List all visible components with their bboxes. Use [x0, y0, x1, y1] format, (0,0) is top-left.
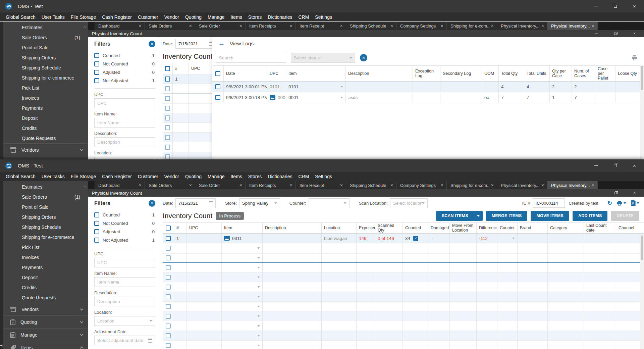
row-checkbox[interactable] — [165, 145, 170, 150]
tab-close-icon[interactable]: × — [338, 183, 343, 188]
sidebar-item[interactable]: Shipping for e-commerce — [3, 232, 88, 242]
menu-item[interactable]: Quoting — [182, 14, 205, 20]
logs-search-input[interactable] — [216, 53, 286, 63]
tab-close-icon[interactable]: × — [288, 183, 292, 188]
sidebar-item[interactable]: Quote Requests — [3, 293, 88, 303]
row-checkbox[interactable] — [166, 255, 171, 260]
menu-item[interactable]: Stores — [245, 14, 265, 20]
filter-adjusted[interactable]: Adjusted0 — [94, 228, 155, 236]
menu-item[interactable]: Quoting — [182, 174, 205, 179]
sidebar-item[interactable]: Payments — [3, 262, 88, 272]
sidebar-group-items[interactable]: Items — [3, 341, 88, 349]
row-menu-icon[interactable]: ⋮ — [431, 236, 435, 241]
row-checkbox[interactable] — [165, 96, 170, 101]
tab[interactable]: Shipping for e-com... × — [447, 22, 497, 30]
sidebar-item[interactable]: Estimates — [3, 22, 88, 33]
menu-item[interactable]: CRM — [295, 174, 312, 179]
tab-close-icon[interactable]: × — [137, 183, 142, 188]
sidebar-item[interactable]: Shipping Orders — [3, 212, 88, 222]
menu-item[interactable]: Manage — [205, 14, 228, 20]
sidebar-group-quoting[interactable]: ? Quoting — [3, 156, 88, 159]
menu-item[interactable]: Vendor — [161, 174, 182, 179]
restore-button[interactable] — [606, 159, 625, 172]
counted-checkbox[interactable]: ✓ — [413, 236, 418, 241]
row-checkbox[interactable] — [215, 84, 220, 89]
item-dropdown-icon[interactable] — [257, 257, 260, 259]
menu-item[interactable]: User Tasks — [39, 174, 68, 179]
minimize-button[interactable] — [587, 0, 606, 12]
date-input[interactable] — [175, 39, 216, 49]
row-checkbox[interactable] — [215, 95, 220, 100]
menu-item[interactable]: Customer — [135, 14, 161, 20]
row-checkbox[interactable] — [166, 294, 171, 299]
tab-close-icon[interactable]: × — [137, 23, 142, 29]
tab-close-icon[interactable]: × — [388, 183, 393, 188]
row-checkbox[interactable] — [166, 236, 171, 241]
item-name-filter-input[interactable] — [94, 118, 155, 128]
scroll-up-icon[interactable] — [84, 183, 86, 189]
menu-item[interactable]: Dictionaries — [265, 174, 295, 179]
menu-item[interactable]: File Storage — [68, 174, 99, 179]
filter-not-adjusted[interactable]: Not Adjusted1 — [94, 236, 155, 244]
item-dropdown-icon[interactable] — [257, 345, 260, 346]
sidebar-item[interactable]: Quote Requests — [3, 133, 88, 143]
minimize-button[interactable] — [587, 159, 606, 172]
item-name-filter-input[interactable] — [94, 277, 155, 287]
logs-table-row[interactable]: 9/8/2021 3:00:18 PM 0001 0001 asds ea 7 … — [212, 92, 644, 103]
clear-filters-button[interactable]: × — [360, 54, 367, 61]
row-checkbox[interactable] — [166, 265, 171, 270]
tab-close-icon[interactable]: × — [489, 23, 494, 29]
counter-cell-select[interactable] — [497, 234, 518, 243]
tab[interactable]: Company Settings × — [396, 181, 447, 189]
menu-item[interactable]: Items — [228, 14, 245, 20]
close-button[interactable]: × — [625, 30, 644, 37]
description-filter-input[interactable] — [94, 137, 155, 147]
table-row-empty[interactable] — [163, 263, 644, 272]
tab[interactable]: Physical Inventory... × — [497, 22, 547, 30]
row-checkbox[interactable] — [166, 323, 171, 329]
filter-not-counted[interactable]: Not Counted0 — [94, 60, 155, 68]
sidebar-item[interactable]: Pick List — [3, 83, 88, 93]
tab-close-icon[interactable]: × — [590, 183, 594, 188]
item-select[interactable]: 0101 — [286, 82, 346, 92]
tab-close-icon[interactable]: × — [187, 183, 192, 188]
item-dropdown-icon[interactable] — [257, 267, 260, 268]
filters-close-button[interactable]: × — [149, 200, 155, 207]
item-dropdown-icon[interactable] — [257, 325, 260, 327]
tab-close-icon[interactable]: × — [539, 183, 544, 188]
vertical-scrollbar[interactable] — [640, 235, 644, 349]
refresh-icon[interactable]: ↻ — [607, 200, 612, 207]
filter-not-counted[interactable]: Not Counted0 — [94, 219, 155, 228]
sidebar-item[interactable]: Pick List — [3, 242, 88, 252]
row-checkbox[interactable] — [166, 343, 171, 348]
row-checkbox[interactable] — [166, 304, 171, 309]
counter-select[interactable] — [309, 198, 350, 208]
scan-items-button[interactable]: SCAN ITEMS — [436, 211, 474, 221]
item-dropdown-icon[interactable] — [257, 286, 260, 288]
sidebar-item[interactable]: Estimates — [3, 182, 88, 192]
sidebar-item[interactable]: Deposit — [3, 113, 88, 123]
menu-item[interactable]: Dictionaries — [265, 14, 295, 20]
sidebar-item[interactable]: Sale Orders (1) — [3, 192, 88, 202]
add-items-button[interactable]: ADD ITEMS — [573, 211, 608, 221]
select-all-checkbox[interactable] — [215, 71, 220, 76]
scroll-up-icon[interactable] — [84, 23, 86, 30]
item-dropdown-icon[interactable] — [257, 277, 260, 278]
print-icon[interactable] — [632, 55, 638, 61]
menu-item[interactable]: User Tasks — [39, 14, 68, 20]
select-all-checkbox[interactable] — [166, 226, 171, 231]
menu-item[interactable]: Manage — [205, 174, 228, 179]
menu-item[interactable]: Settings — [312, 174, 335, 179]
close-button[interactable]: × — [625, 189, 644, 197]
menu-item[interactable]: Global Search — [3, 174, 39, 179]
table-row-empty[interactable] — [163, 272, 644, 282]
filter-adjusted[interactable]: Adjusted0 — [94, 68, 155, 77]
tab[interactable]: Sale Orders × — [145, 181, 195, 189]
tab[interactable]: Item Receipts × — [246, 22, 296, 30]
tab[interactable]: Physical Inventory... × — [547, 22, 598, 30]
row-checkbox[interactable] — [166, 275, 171, 280]
sidebar-item[interactable]: Point of Sale — [3, 202, 88, 212]
tab[interactable]: Shipping Schedule × — [346, 22, 396, 30]
sidebar-item[interactable]: Invoices — [3, 93, 88, 103]
item-dropdown-icon[interactable] — [257, 306, 260, 307]
